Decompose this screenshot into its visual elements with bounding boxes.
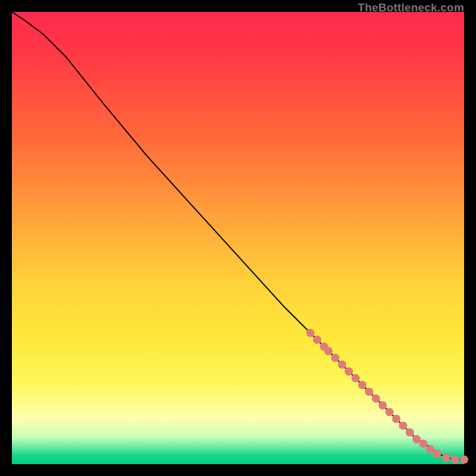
chart-marker — [352, 374, 360, 383]
chart-marker — [324, 347, 333, 355]
chart-marker — [419, 440, 428, 448]
chart-marker — [433, 450, 441, 458]
chart-marker — [306, 329, 315, 337]
chart-marker — [451, 455, 459, 464]
chart-marker — [358, 381, 367, 389]
chart-marker — [412, 435, 421, 443]
chart-marker — [345, 367, 353, 375]
chart-marker — [460, 455, 468, 464]
chart-marker — [386, 408, 394, 416]
chart-marker — [365, 387, 373, 396]
chart-marker — [313, 336, 321, 344]
chart-marker — [406, 428, 414, 437]
chart-markers — [306, 329, 468, 464]
chart-curve — [12, 12, 464, 459]
chart-svg — [12, 12, 464, 464]
chart-marker — [338, 361, 346, 369]
chart-frame: TheBottleneck.com — [12, 12, 464, 464]
chart-marker — [392, 415, 400, 423]
chart-marker — [331, 353, 339, 362]
chart-marker — [378, 401, 387, 409]
chart-marker — [399, 421, 407, 430]
chart-marker — [426, 445, 434, 453]
chart-marker — [442, 453, 450, 462]
chart-marker — [372, 394, 380, 403]
